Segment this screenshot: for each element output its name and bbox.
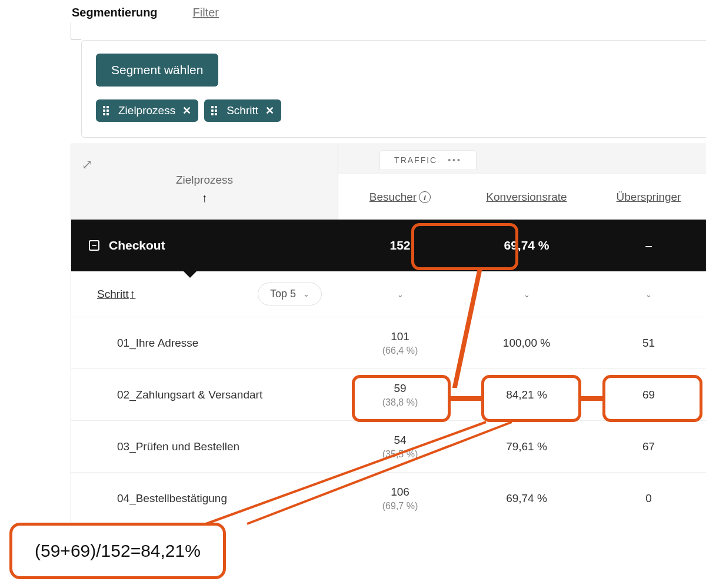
table-header: ⤢ Zielprozess ↑ TRAFFIC ••• Besucheri Ko…: [71, 144, 706, 220]
info-icon[interactable]: i: [419, 191, 431, 203]
summary-ueber: –: [591, 238, 706, 253]
summary-name: Checkout: [109, 238, 165, 253]
cell-ueber: 69: [591, 388, 706, 401]
subheader-row: Schritt↑ Top 5 ⌄ ⌄ ⌄ ⌄: [71, 271, 706, 317]
tab-connector: [71, 22, 81, 40]
summary-row: − Checkout 152 69,74 % –: [71, 220, 706, 271]
tab-segmentation[interactable]: Segmentierung: [72, 6, 158, 19]
col-konversionsrate[interactable]: Konversionsrate: [462, 191, 591, 204]
col-besucher-label: Besucher: [369, 191, 417, 203]
step-name: 01_Ihre Adresse: [71, 337, 338, 350]
cell-besucher-pct: (69,7 %): [338, 500, 462, 513]
step-name: 04_Bestellbestätigung: [71, 492, 338, 505]
expand-icon[interactable]: ⤢: [82, 157, 92, 172]
table-row: 04_Bestellbestätigung 106(69,7 %) 69,74 …: [71, 473, 706, 524]
cell-besucher-pct: (35,5 %): [338, 448, 462, 461]
cell-besucher: 101: [391, 330, 409, 343]
cell-besucher: 59: [394, 382, 406, 394]
chip-label: Zielprozess: [118, 104, 175, 117]
metric-header-block: TRAFFIC ••• Besucheri Konversionsrate Üb…: [338, 144, 706, 220]
dimension-header: ⤢ Zielprozess ↑: [71, 144, 338, 220]
more-icon[interactable]: •••: [448, 155, 462, 165]
tab-bar: Segmentierung Filter: [72, 6, 219, 19]
chip-schritt[interactable]: Schritt ✕: [204, 99, 281, 122]
drag-icon: [103, 106, 109, 115]
col-besucher[interactable]: Besucheri: [338, 191, 462, 204]
annotation-formula: (59+69)/152=84,21%: [35, 541, 201, 560]
cell-konv: 100,00 %: [462, 337, 591, 350]
metric-group-traffic[interactable]: TRAFFIC •••: [379, 150, 477, 170]
drop-indicator-icon: [183, 271, 197, 278]
annotation-callout: (59+69)/152=84,21%: [9, 523, 226, 579]
cell-ueber: 51: [591, 337, 706, 350]
chip-zielprozess[interactable]: Zielprozess ✕: [96, 99, 198, 122]
chevron-down-icon[interactable]: ⌄: [397, 290, 404, 299]
chevron-down-icon[interactable]: ⌄: [524, 290, 530, 299]
chip-row: Zielprozess ✕ Schritt ✕: [96, 99, 692, 122]
col-ueberspringer[interactable]: Überspringer: [591, 191, 706, 204]
close-icon[interactable]: ✕: [182, 104, 191, 117]
cell-konv: 84,21 %: [462, 388, 591, 401]
cell-besucher: 54: [394, 434, 406, 446]
collapse-icon[interactable]: −: [89, 240, 99, 251]
choose-segment-button[interactable]: Segment wählen: [96, 54, 218, 87]
table-row: 03_Prüfen und Bestellen 54(35,5 %) 79,61…: [71, 421, 706, 473]
chevron-down-icon[interactable]: ⌄: [645, 290, 652, 299]
drag-icon: [211, 106, 217, 115]
table-row: 02_Zahlungsart & Versandart 59(38,8 %) 8…: [71, 369, 706, 421]
step-name: 03_Prüfen und Bestellen: [71, 440, 338, 453]
schritt-label-text: Schritt: [97, 288, 129, 300]
top5-label: Top 5: [270, 288, 296, 300]
dimension-label: Zielprozess: [71, 174, 338, 187]
segment-panel: Segment wählen Zielprozess ✕ Schritt ✕: [81, 40, 706, 138]
cell-ueber: 67: [591, 440, 706, 453]
cell-ueber: 0: [591, 492, 706, 505]
funnel-table: ⤢ Zielprozess ↑ TRAFFIC ••• Besucheri Ko…: [71, 144, 706, 524]
schritt-sort[interactable]: Schritt↑: [97, 288, 135, 301]
summary-besucher: 152: [338, 238, 462, 253]
summary-konv: 69,74 %: [462, 238, 591, 253]
cell-besucher: 106: [391, 486, 409, 498]
cell-konv: 79,61 %: [462, 440, 591, 453]
close-icon[interactable]: ✕: [265, 104, 274, 117]
tab-filter[interactable]: Filter: [193, 6, 219, 19]
sort-arrow-icon[interactable]: ↑: [71, 191, 338, 205]
cell-besucher-pct: (38,8 %): [338, 396, 462, 409]
cell-besucher-pct: (66,4 %): [338, 344, 462, 357]
table-row: 01_Ihre Adresse 101(66,4 %) 100,00 % 51: [71, 317, 706, 369]
chevron-down-icon: ⌄: [303, 290, 309, 298]
top5-dropdown[interactable]: Top 5 ⌄: [258, 283, 322, 305]
traffic-label: TRAFFIC: [394, 155, 437, 165]
cell-konv: 69,74 %: [462, 492, 591, 505]
step-name: 02_Zahlungsart & Versandart: [71, 388, 338, 401]
chip-label: Schritt: [227, 104, 258, 117]
